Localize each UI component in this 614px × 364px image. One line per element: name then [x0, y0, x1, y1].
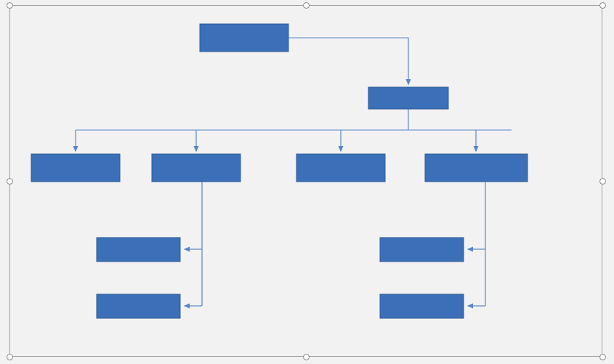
box-c3[interactable] — [296, 154, 385, 182]
selection-handle-w[interactable] — [7, 178, 13, 185]
selection-handle-se[interactable] — [599, 354, 606, 360]
selection-handle-ne[interactable] — [599, 2, 606, 9]
box-l2a[interactable] — [97, 238, 180, 262]
box-c2[interactable] — [152, 154, 241, 182]
canvas-stage — [0, 0, 614, 364]
selection-handle-nw[interactable] — [7, 2, 13, 9]
diagram-svg — [9, 5, 602, 357]
selection-handle-s[interactable] — [303, 354, 310, 360]
box-l4a[interactable] — [380, 238, 464, 262]
boxes-group — [31, 24, 528, 318]
selection-handle-e[interactable] — [599, 178, 606, 185]
box-c1[interactable] — [31, 154, 120, 182]
selection-handle-n[interactable] — [303, 2, 310, 9]
box-l2b[interactable] — [97, 294, 180, 318]
connector-root-sub — [288, 38, 408, 84]
box-root[interactable] — [200, 24, 288, 52]
box-c4[interactable] — [425, 154, 528, 182]
box-sub[interactable] — [368, 87, 448, 109]
box-l4b[interactable] — [380, 294, 464, 318]
selection-handle-sw[interactable] — [7, 354, 13, 360]
